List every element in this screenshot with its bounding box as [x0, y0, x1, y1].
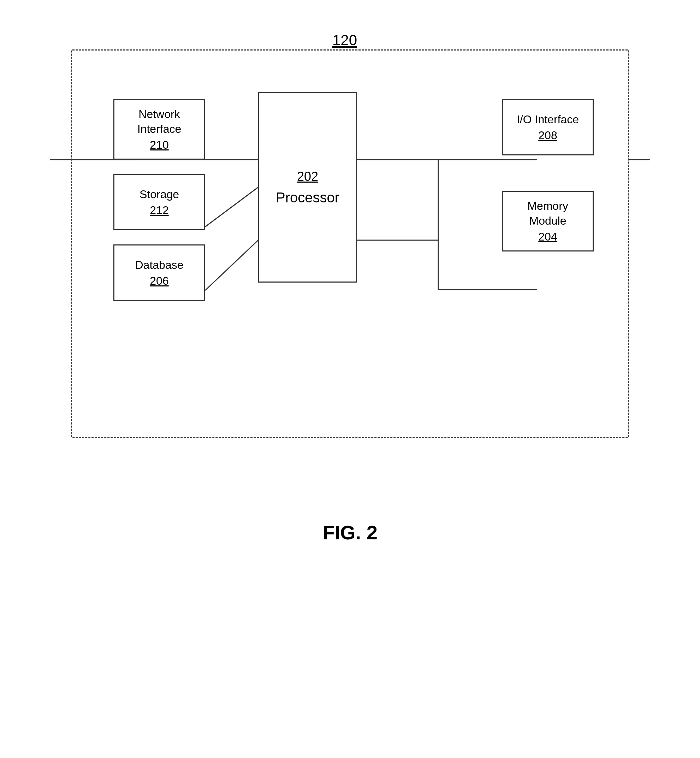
processor-box: 202 Processor	[258, 92, 357, 283]
figure-label: FIG. 2	[322, 521, 378, 544]
system-label: 120	[332, 32, 357, 49]
processor-label: Processor	[276, 190, 339, 206]
memory-module-title: Memory Module	[511, 199, 584, 228]
processor-number: 202	[297, 169, 318, 184]
diagram-container: 120 Network Interface 210	[50, 21, 650, 480]
io-interface-title: I/O Interface	[517, 113, 579, 127]
storage-number: 212	[150, 204, 169, 217]
io-interface-box: I/O Interface 208	[502, 99, 594, 155]
storage-box: Storage 212	[113, 174, 205, 230]
right-column: I/O Interface 208 Memory Module 204	[502, 99, 594, 252]
memory-module-number: 204	[538, 230, 557, 243]
database-title: Database	[135, 258, 184, 273]
network-interface-box: Network Interface 210	[113, 99, 205, 159]
database-box: Database 206	[113, 244, 205, 301]
network-interface-title: Network Interface	[123, 107, 196, 136]
network-interface-number: 210	[150, 139, 169, 152]
storage-title: Storage	[139, 187, 179, 202]
database-number: 206	[150, 274, 169, 288]
io-interface-number: 208	[538, 129, 557, 142]
left-column: Network Interface 210 Storage 212 Databa…	[113, 99, 205, 301]
memory-module-box: Memory Module 204	[502, 191, 594, 252]
